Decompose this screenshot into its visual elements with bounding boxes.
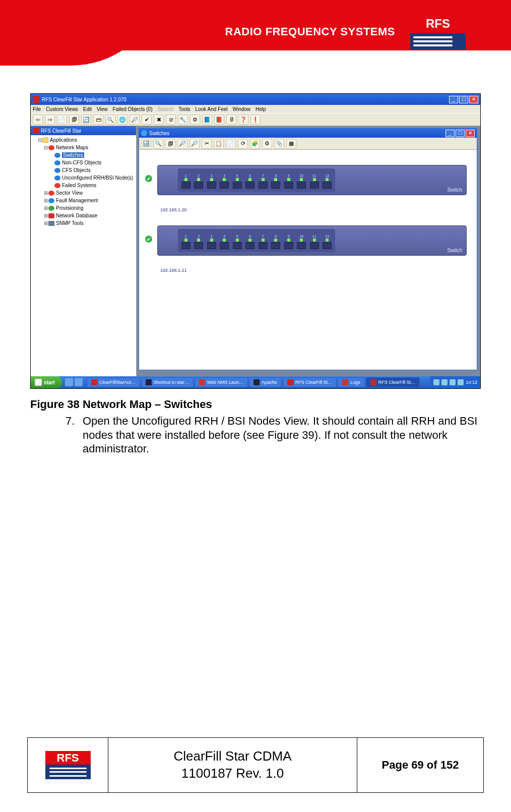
toolbar-button[interactable]: 🗃 [93,114,103,125]
menu-failed-objects-0-[interactable]: Failed Objects (0) [113,106,153,112]
menu-view[interactable]: View [97,106,108,112]
toolbar-button[interactable]: ⚙ [190,114,200,125]
tree-item-snmp-tools[interactable]: ⊞SNMP Tools [32,219,135,227]
menu-custom-views[interactable]: Custom Views [46,106,78,112]
switch-port[interactable]: 11 [309,174,320,189]
toolbar-button[interactable]: 🛢 [226,114,236,125]
toolbar-button[interactable]: ✖ [154,114,164,125]
tree-item-network-maps[interactable]: ⊟Network Maps [32,144,135,151]
maximize-button[interactable]: ☐ [459,96,468,103]
tray-icon[interactable] [450,379,456,385]
tree-item-applications[interactable]: ⊟Applications [32,136,135,144]
tree-item-failed-systems[interactable]: Failed Systems [32,182,135,189]
menu-tools[interactable]: Tools [178,106,190,112]
tree-item-fault-management[interactable]: ⊞Fault Management [32,197,135,204]
switch-port[interactable]: 1 [181,235,191,249]
child-toolbar-button[interactable]: 🔍 [153,139,163,149]
toolbar-button[interactable]: 📄 [57,114,67,125]
menu-file[interactable]: File [33,106,41,112]
switch-device[interactable]: ✔123456789101112Switch192.168.1.21 [157,225,467,266]
child-toolbar-button[interactable]: 🔎 [189,139,200,149]
toolbar-button[interactable]: ❓ [238,114,248,125]
child-toolbar-button[interactable]: 🔎 [177,139,187,149]
switch-port[interactable]: 4 [220,174,230,189]
child-close-button[interactable]: ✕ [466,130,475,137]
taskbar-item[interactable]: Apache [249,377,282,387]
menu-window[interactable]: Window [233,106,251,112]
tree-item-network-database[interactable]: ⊞Network Database [32,212,135,219]
switch-port[interactable]: 10 [297,235,307,249]
switch-port[interactable]: 8 [271,235,281,249]
tree-item-provisioning[interactable]: ⊞Provisioning [32,204,135,212]
child-toolbar-button[interactable]: 🗐 [165,139,175,149]
child-toolbar-button[interactable]: 📄 [226,139,236,149]
switch-port[interactable]: 6 [245,235,256,249]
toolbar-button[interactable]: 🔧 [178,114,188,125]
switch-port[interactable]: 5 [232,235,242,249]
toolbar-button[interactable]: ⇨ [45,114,55,125]
tree-item-cfs-objects[interactable]: CFS Objects [32,166,135,174]
switch-port[interactable]: 9 [284,174,294,189]
switch-port[interactable]: 7 [258,235,268,249]
tray-icon[interactable] [441,379,448,385]
child-toolbar-button[interactable]: ⚙ [262,139,272,149]
child-toolbar-button[interactable]: 🧩 [250,139,260,149]
switch-port[interactable]: 9 [284,235,294,249]
toolbar-button[interactable]: 🔎 [130,114,140,125]
child-toolbar-button[interactable]: 🔙 [141,139,151,149]
quick-launch-icon[interactable] [75,378,83,386]
switch-port[interactable]: 7 [258,174,268,189]
menu-edit[interactable]: Edit [83,106,92,112]
minimize-button[interactable]: _ [449,96,458,103]
child-toolbar-button[interactable]: ✂ [202,139,212,149]
taskbar-item[interactable]: RFS ClearFill St… [283,377,337,387]
toolbar-button[interactable]: ❗ [250,114,261,125]
taskbar-item[interactable]: Shortcut to star… [141,377,194,387]
tray-icon[interactable] [458,379,464,385]
switch-port[interactable]: 10 [297,174,307,189]
tree-item-unconfigured-rrh-bsi-node-s-[interactable]: Unconfigured RRH/BSI Node(s) [32,174,135,182]
switch-port[interactable]: 3 [207,235,217,249]
toolbar-button[interactable]: 🗐 [69,114,79,125]
switch-device[interactable]: ✔123456789101112Switch192.168.1.20 [157,165,467,205]
switch-port[interactable]: 4 [220,235,230,249]
toolbar-button[interactable]: 📕 [214,114,224,125]
switch-port[interactable]: 3 [207,174,217,189]
switch-port[interactable]: 2 [194,235,204,249]
toolbar-button[interactable]: 📘 [202,114,212,125]
switch-port[interactable]: 1 [181,174,191,189]
toolbar-button[interactable]: 🔄 [81,114,91,125]
tray-icon[interactable] [433,379,439,385]
switch-port[interactable]: 5 [232,174,242,189]
child-toolbar-button[interactable]: 📎 [274,139,284,149]
child-toolbar-button[interactable]: 📋 [214,139,224,149]
toolbar-button[interactable]: 🌐 [117,114,127,125]
toolbar-button[interactable]: ✔ [142,114,152,125]
menu-help[interactable]: Help [256,106,266,112]
switch-port[interactable]: 2 [194,174,204,189]
switch-port[interactable]: 11 [309,235,320,249]
toolbar-button[interactable]: 🔍 [105,114,115,125]
toolbar-button[interactable]: ⊘ [166,114,176,125]
tree-item-switches[interactable]: Switches [32,151,135,159]
tree-item-non-cfs-objects[interactable]: Non-CFS Objects [32,159,135,166]
switch-port[interactable]: 8 [271,174,281,189]
tree-item-sector-view[interactable]: ⊞Sector View [32,189,135,197]
menu-look-and-feel[interactable]: Look And Feel [196,106,228,112]
child-maximize-button[interactable]: ☐ [456,130,465,137]
taskbar-item[interactable]: Logs [338,377,365,387]
toolbar-button[interactable]: ⇦ [33,114,43,125]
taskbar: start ClearFillStarAut…Shortcut to star…… [31,376,480,388]
taskbar-item[interactable]: RFS ClearFill St… [366,377,420,387]
switch-port[interactable]: 12 [323,235,333,249]
child-minimize-button[interactable]: _ [445,130,455,137]
child-toolbar-button[interactable]: ▦ [286,139,296,149]
quick-launch-icon[interactable] [65,378,73,386]
taskbar-item[interactable]: Web NMS Laun… [195,377,248,387]
child-toolbar-button[interactable]: ⟳ [238,139,248,149]
switch-port[interactable]: 12 [323,174,333,189]
start-button[interactable]: start [31,376,62,388]
close-button[interactable]: ✕ [469,96,478,103]
switch-port[interactable]: 6 [245,174,256,189]
taskbar-item[interactable]: ClearFillStarAut… [87,377,140,387]
